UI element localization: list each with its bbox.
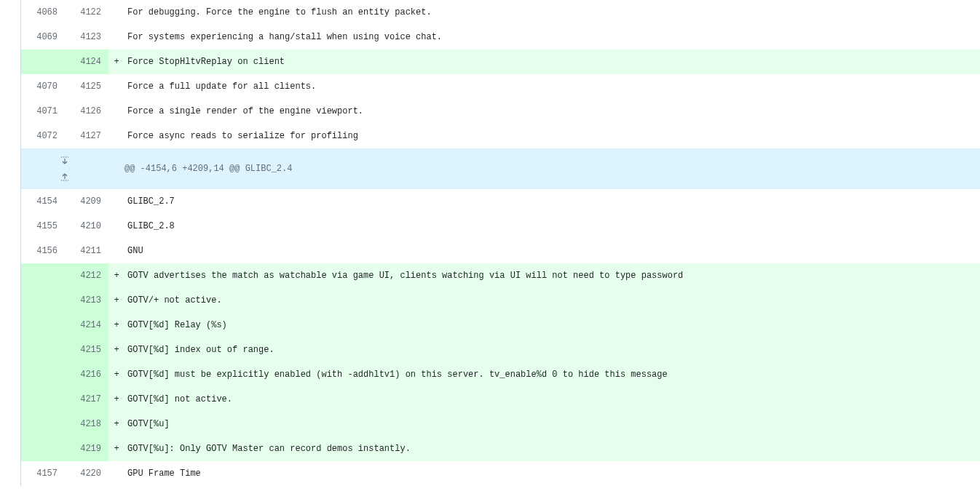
- expand-down-icon[interactable]: [55, 155, 75, 168]
- diff-line-addition: 4217+GOTV[%d] not active.: [21, 387, 980, 412]
- old-line-number[interactable]: [21, 436, 65, 461]
- old-line-number[interactable]: 4069: [21, 25, 65, 49]
- diff-line-addition: 4214+GOTV[%d] Relay (%s): [21, 313, 980, 338]
- diff-marker: +: [108, 362, 125, 387]
- new-line-number[interactable]: 4127: [65, 124, 108, 148]
- diff-marker: +: [108, 436, 125, 461]
- new-line-number[interactable]: 4216: [65, 362, 108, 387]
- diff-marker: [108, 25, 125, 49]
- code-content: GLIBC_2.8: [125, 214, 980, 239]
- diff-marker: +: [108, 263, 125, 288]
- diff-marker: [108, 124, 125, 148]
- old-line-number[interactable]: 4072: [21, 124, 65, 148]
- new-line-number[interactable]: 4218: [65, 412, 108, 436]
- diff-marker: +: [108, 387, 125, 412]
- new-line-number[interactable]: 4217: [65, 387, 108, 412]
- expand-controls: [21, 148, 108, 189]
- diff-marker: [108, 0, 125, 25]
- code-content: GOTV[%u]: Only GOTV Master can record de…: [125, 436, 980, 461]
- diff-line-addition: 4215+GOTV[%d] index out of range.: [21, 338, 980, 362]
- diff-marker: [108, 189, 125, 214]
- code-content: GOTV[%d] Relay (%s): [125, 313, 980, 338]
- diff-marker: [108, 461, 125, 486]
- code-content: GOTV[%d] not active.: [125, 387, 980, 412]
- old-line-number[interactable]: [21, 362, 65, 387]
- diff-marker: [108, 74, 125, 99]
- diff-marker: +: [108, 412, 125, 436]
- new-line-number[interactable]: 4211: [65, 239, 108, 263]
- new-line-number[interactable]: 4215: [65, 338, 108, 362]
- old-line-number[interactable]: 4068: [21, 0, 65, 25]
- new-line-number[interactable]: 4220: [65, 461, 108, 486]
- diff-line-addition: 4124+Force StopHltvReplay on client: [21, 49, 980, 74]
- code-content: GOTV[%d] must be explicitly enabled (wit…: [125, 362, 980, 387]
- code-content: For debugging. Force the engine to flush…: [125, 0, 980, 25]
- code-content: GOTV advertises the match as watchable v…: [125, 263, 980, 288]
- diff-line-addition: 4219+GOTV[%u]: Only GOTV Master can reco…: [21, 436, 980, 461]
- expand-up-icon[interactable]: [55, 169, 75, 183]
- diff-line-context: 40684122For debugging. Force the engine …: [21, 0, 980, 25]
- diff-table: 40684122For debugging. Force the engine …: [20, 0, 980, 486]
- diff-marker: [108, 239, 125, 263]
- diff-line-context: 40724127Force async reads to serialize f…: [21, 124, 980, 148]
- hunk-header-text: @@ -4154,6 +4209,14 @@ GLIBC_2.4: [108, 148, 980, 189]
- code-content: GNU: [125, 239, 980, 263]
- new-line-number[interactable]: 4213: [65, 288, 108, 313]
- old-line-number[interactable]: 4155: [21, 214, 65, 239]
- diff-marker: +: [108, 313, 125, 338]
- diff-marker: [108, 214, 125, 239]
- old-line-number[interactable]: 4071: [21, 99, 65, 124]
- new-line-number[interactable]: 4126: [65, 99, 108, 124]
- old-line-number[interactable]: 4157: [21, 461, 65, 486]
- new-line-number[interactable]: 4125: [65, 74, 108, 99]
- code-content: GLIBC_2.7: [125, 189, 980, 214]
- diff-line-context: 41574220GPU Frame Time: [21, 461, 980, 486]
- diff-line-context: 41544209GLIBC_2.7: [21, 189, 980, 214]
- diff-marker: +: [108, 338, 125, 362]
- diff-marker: +: [108, 49, 125, 74]
- code-content: GOTV[%u]: [125, 412, 980, 436]
- diff-line-addition: 4212+GOTV advertises the match as watcha…: [21, 263, 980, 288]
- code-content: GOTV[%d] index out of range.: [125, 338, 980, 362]
- old-line-number[interactable]: [21, 288, 65, 313]
- diff-line-context: 41554210GLIBC_2.8: [21, 214, 980, 239]
- old-line-number[interactable]: [21, 412, 65, 436]
- code-content: GPU Frame Time: [125, 461, 980, 486]
- diff-marker: +: [108, 288, 125, 313]
- new-line-number[interactable]: 4124: [65, 49, 108, 74]
- code-content: GOTV/+ not active.: [125, 288, 980, 313]
- new-line-number[interactable]: 4210: [65, 214, 108, 239]
- diff-line-context: 40694123For systems experiencing a hang/…: [21, 25, 980, 49]
- new-line-number[interactable]: 4122: [65, 0, 108, 25]
- new-line-number[interactable]: 4209: [65, 189, 108, 214]
- code-content: Force a single render of the engine view…: [125, 99, 980, 124]
- old-line-number[interactable]: 4070: [21, 74, 65, 99]
- code-content: Force StopHltvReplay on client: [125, 49, 980, 74]
- old-line-number[interactable]: [21, 387, 65, 412]
- new-line-number[interactable]: 4212: [65, 263, 108, 288]
- diff-marker: [108, 99, 125, 124]
- old-line-number[interactable]: [21, 49, 65, 74]
- diff-line-context: 40714126Force a single render of the eng…: [21, 99, 980, 124]
- diff-line-context: 40704125Force a full update for all clie…: [21, 74, 980, 99]
- old-line-number[interactable]: [21, 263, 65, 288]
- new-line-number[interactable]: 4123: [65, 25, 108, 49]
- new-line-number[interactable]: 4219: [65, 436, 108, 461]
- diff-line-addition: 4218+GOTV[%u]: [21, 412, 980, 436]
- old-line-number[interactable]: 4154: [21, 189, 65, 214]
- diff-line-addition: 4213+GOTV/+ not active.: [21, 288, 980, 313]
- code-content: Force async reads to serialize for profi…: [125, 124, 980, 148]
- diff-line-context: 41564211GNU: [21, 239, 980, 263]
- old-line-number[interactable]: [21, 338, 65, 362]
- code-content: For systems experiencing a hang/stall wh…: [125, 25, 980, 49]
- old-line-number[interactable]: 4156: [21, 239, 65, 263]
- diff-line-addition: 4216+GOTV[%d] must be explicitly enabled…: [21, 362, 980, 387]
- new-line-number[interactable]: 4214: [65, 313, 108, 338]
- old-line-number[interactable]: [21, 313, 65, 338]
- code-content: Force a full update for all clients.: [125, 74, 980, 99]
- hunk-header-row: @@ -4154,6 +4209,14 @@ GLIBC_2.4: [21, 148, 980, 189]
